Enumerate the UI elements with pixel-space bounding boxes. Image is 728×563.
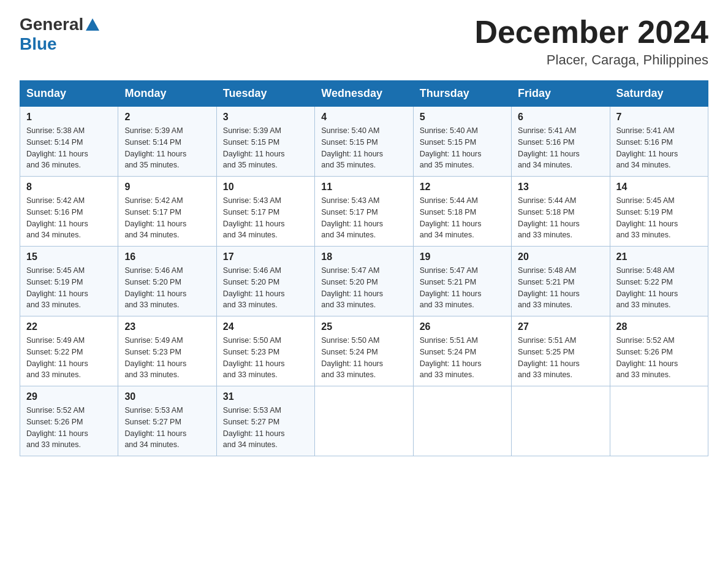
day-info: Sunrise: 5:50 AMSunset: 5:23 PMDaylight:… xyxy=(223,336,285,379)
calendar-title: December 2024 xyxy=(474,15,708,50)
calendar-title-block: December 2024 Placer, Caraga, Philippine… xyxy=(474,15,708,68)
day-info: Sunrise: 5:48 AMSunset: 5:22 PMDaylight:… xyxy=(616,266,678,309)
logo: General Blue xyxy=(20,15,99,54)
week-row-1: 1 Sunrise: 5:38 AMSunset: 5:14 PMDayligh… xyxy=(20,107,708,177)
header-day-saturday: Saturday xyxy=(610,81,708,107)
day-number: 28 xyxy=(616,321,702,332)
day-number: 27 xyxy=(518,321,603,332)
day-info: Sunrise: 5:48 AMSunset: 5:21 PMDaylight:… xyxy=(518,266,580,309)
day-info: Sunrise: 5:52 AMSunset: 5:26 PMDaylight:… xyxy=(26,406,88,449)
day-info: Sunrise: 5:42 AMSunset: 5:16 PMDaylight:… xyxy=(26,196,88,239)
day-info: Sunrise: 5:41 AMSunset: 5:16 PMDaylight:… xyxy=(518,126,580,169)
calendar-cell: 7 Sunrise: 5:41 AMSunset: 5:16 PMDayligh… xyxy=(610,107,708,177)
day-number: 20 xyxy=(518,251,603,262)
calendar-cell: 11 Sunrise: 5:43 AMSunset: 5:17 PMDaylig… xyxy=(315,177,413,247)
calendar-cell: 26 Sunrise: 5:51 AMSunset: 5:24 PMDaylig… xyxy=(413,316,511,386)
day-number: 26 xyxy=(420,321,505,332)
day-number: 5 xyxy=(420,112,505,123)
calendar-subtitle: Placer, Caraga, Philippines xyxy=(474,52,708,68)
week-row-5: 29 Sunrise: 5:52 AMSunset: 5:26 PMDaylig… xyxy=(20,386,708,456)
calendar-cell: 16 Sunrise: 5:46 AMSunset: 5:20 PMDaylig… xyxy=(118,247,216,316)
calendar-cell xyxy=(315,386,413,456)
day-number: 31 xyxy=(223,391,308,402)
calendar-cell: 23 Sunrise: 5:49 AMSunset: 5:23 PMDaylig… xyxy=(118,316,216,386)
day-info: Sunrise: 5:39 AMSunset: 5:15 PMDaylight:… xyxy=(223,126,285,169)
day-number: 12 xyxy=(420,182,505,193)
calendar-header: SundayMondayTuesdayWednesdayThursdayFrid… xyxy=(20,81,708,107)
calendar-body: 1 Sunrise: 5:38 AMSunset: 5:14 PMDayligh… xyxy=(20,107,708,456)
day-info: Sunrise: 5:51 AMSunset: 5:25 PMDaylight:… xyxy=(518,336,580,379)
calendar-cell: 31 Sunrise: 5:53 AMSunset: 5:27 PMDaylig… xyxy=(216,386,314,456)
header-day-monday: Monday xyxy=(118,81,216,107)
calendar-cell: 4 Sunrise: 5:40 AMSunset: 5:15 PMDayligh… xyxy=(315,107,413,177)
header-row: SundayMondayTuesdayWednesdayThursdayFrid… xyxy=(20,81,708,107)
day-info: Sunrise: 5:41 AMSunset: 5:16 PMDaylight:… xyxy=(616,126,678,169)
day-number: 16 xyxy=(124,251,210,262)
calendar-cell: 30 Sunrise: 5:53 AMSunset: 5:27 PMDaylig… xyxy=(118,386,216,456)
day-number: 25 xyxy=(321,321,406,332)
day-info: Sunrise: 5:49 AMSunset: 5:22 PMDaylight:… xyxy=(26,336,88,379)
header-day-tuesday: Tuesday xyxy=(216,81,314,107)
calendar-cell: 2 Sunrise: 5:39 AMSunset: 5:14 PMDayligh… xyxy=(118,107,216,177)
day-info: Sunrise: 5:47 AMSunset: 5:20 PMDaylight:… xyxy=(321,266,383,309)
calendar-cell: 20 Sunrise: 5:48 AMSunset: 5:21 PMDaylig… xyxy=(512,247,610,316)
day-number: 4 xyxy=(321,112,406,123)
calendar-cell xyxy=(512,386,610,456)
day-info: Sunrise: 5:42 AMSunset: 5:17 PMDaylight:… xyxy=(124,196,186,239)
day-number: 15 xyxy=(26,251,112,262)
day-number: 11 xyxy=(321,182,406,193)
day-info: Sunrise: 5:53 AMSunset: 5:27 PMDaylight:… xyxy=(223,406,285,449)
day-number: 29 xyxy=(26,391,112,402)
calendar-cell: 12 Sunrise: 5:44 AMSunset: 5:18 PMDaylig… xyxy=(413,177,511,247)
day-number: 9 xyxy=(124,182,210,193)
calendar-cell: 13 Sunrise: 5:44 AMSunset: 5:18 PMDaylig… xyxy=(512,177,610,247)
calendar-cell: 28 Sunrise: 5:52 AMSunset: 5:26 PMDaylig… xyxy=(610,316,708,386)
day-info: Sunrise: 5:45 AMSunset: 5:19 PMDaylight:… xyxy=(26,266,88,309)
day-number: 7 xyxy=(616,112,702,123)
day-info: Sunrise: 5:40 AMSunset: 5:15 PMDaylight:… xyxy=(321,126,383,169)
calendar-cell: 15 Sunrise: 5:45 AMSunset: 5:19 PMDaylig… xyxy=(20,247,118,316)
day-info: Sunrise: 5:47 AMSunset: 5:21 PMDaylight:… xyxy=(420,266,482,309)
day-info: Sunrise: 5:46 AMSunset: 5:20 PMDaylight:… xyxy=(124,266,186,309)
day-info: Sunrise: 5:38 AMSunset: 5:14 PMDaylight:… xyxy=(26,126,88,169)
day-info: Sunrise: 5:40 AMSunset: 5:15 PMDaylight:… xyxy=(420,126,482,169)
week-row-4: 22 Sunrise: 5:49 AMSunset: 5:22 PMDaylig… xyxy=(20,316,708,386)
day-info: Sunrise: 5:39 AMSunset: 5:14 PMDaylight:… xyxy=(124,126,186,169)
calendar-cell: 27 Sunrise: 5:51 AMSunset: 5:25 PMDaylig… xyxy=(512,316,610,386)
calendar-cell: 19 Sunrise: 5:47 AMSunset: 5:21 PMDaylig… xyxy=(413,247,511,316)
day-info: Sunrise: 5:45 AMSunset: 5:19 PMDaylight:… xyxy=(616,196,678,239)
day-number: 8 xyxy=(26,182,112,193)
day-number: 19 xyxy=(420,251,505,262)
day-info: Sunrise: 5:43 AMSunset: 5:17 PMDaylight:… xyxy=(321,196,383,239)
day-info: Sunrise: 5:53 AMSunset: 5:27 PMDaylight:… xyxy=(124,406,186,449)
day-info: Sunrise: 5:51 AMSunset: 5:24 PMDaylight:… xyxy=(420,336,482,379)
calendar-cell xyxy=(610,386,708,456)
calendar-cell: 6 Sunrise: 5:41 AMSunset: 5:16 PMDayligh… xyxy=(512,107,610,177)
day-number: 30 xyxy=(124,391,210,402)
calendar-cell: 14 Sunrise: 5:45 AMSunset: 5:19 PMDaylig… xyxy=(610,177,708,247)
logo-blue-text: Blue xyxy=(20,34,57,53)
day-number: 3 xyxy=(223,112,308,123)
day-number: 21 xyxy=(616,251,702,262)
header-day-sunday: Sunday xyxy=(20,81,118,107)
page-header: General Blue December 2024 Placer, Carag… xyxy=(20,15,708,68)
calendar-cell: 24 Sunrise: 5:50 AMSunset: 5:23 PMDaylig… xyxy=(216,316,314,386)
day-info: Sunrise: 5:49 AMSunset: 5:23 PMDaylight:… xyxy=(124,336,186,379)
day-number: 14 xyxy=(616,182,702,193)
calendar-cell xyxy=(413,386,511,456)
header-day-friday: Friday xyxy=(512,81,610,107)
calendar-cell: 22 Sunrise: 5:49 AMSunset: 5:22 PMDaylig… xyxy=(20,316,118,386)
logo-triangle-icon xyxy=(86,18,99,33)
day-info: Sunrise: 5:50 AMSunset: 5:24 PMDaylight:… xyxy=(321,336,383,379)
day-number: 13 xyxy=(518,182,603,193)
day-number: 23 xyxy=(124,321,210,332)
week-row-2: 8 Sunrise: 5:42 AMSunset: 5:16 PMDayligh… xyxy=(20,177,708,247)
header-day-thursday: Thursday xyxy=(413,81,511,107)
day-info: Sunrise: 5:44 AMSunset: 5:18 PMDaylight:… xyxy=(420,196,482,239)
day-info: Sunrise: 5:52 AMSunset: 5:26 PMDaylight:… xyxy=(616,336,678,379)
day-number: 24 xyxy=(223,321,308,332)
day-number: 2 xyxy=(124,112,210,123)
week-row-3: 15 Sunrise: 5:45 AMSunset: 5:19 PMDaylig… xyxy=(20,247,708,316)
calendar-cell: 10 Sunrise: 5:43 AMSunset: 5:17 PMDaylig… xyxy=(216,177,314,247)
calendar-cell: 8 Sunrise: 5:42 AMSunset: 5:16 PMDayligh… xyxy=(20,177,118,247)
